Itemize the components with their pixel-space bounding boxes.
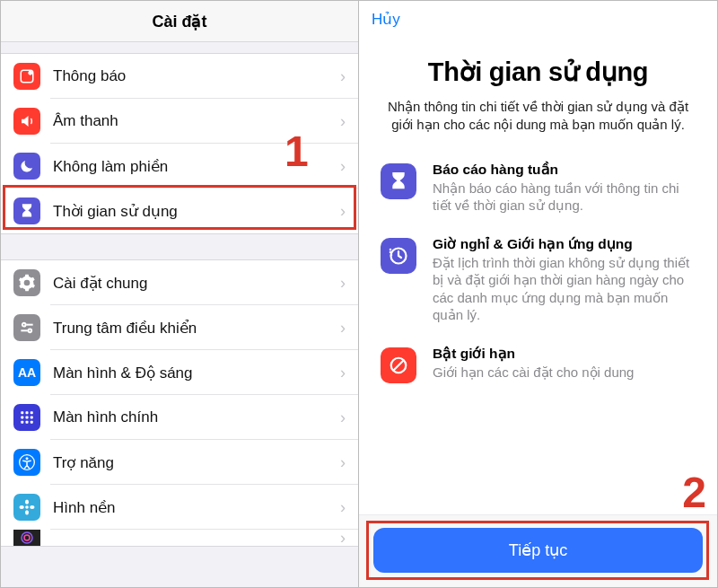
gear-icon xyxy=(13,269,40,296)
page-title: Thời gian sử dụng xyxy=(377,57,699,87)
screentime-intro-screen: Hủy Thời gian sử dụng Nhận thông tin chi… xyxy=(359,1,717,587)
row-notifications[interactable]: Thông báo › xyxy=(1,54,358,99)
row-label: Màn hình & Độ sáng xyxy=(53,364,335,382)
row-label: Cài đặt chung xyxy=(53,274,335,293)
svg-point-20 xyxy=(20,505,24,509)
moon-icon xyxy=(13,153,40,180)
page-subtitle: Nhận thông tin chi tiết về thời gian sử … xyxy=(379,98,697,135)
settings-group-1: Thông báo › Âm thanh › Không làm phiền › xyxy=(1,53,358,234)
restrict-icon xyxy=(381,347,416,383)
siri-icon xyxy=(13,530,40,546)
feature-restrictions: Bật giới hạn Giới hạn các cài đặt cho nộ… xyxy=(359,346,717,383)
continue-bar: Tiếp tục xyxy=(359,514,717,587)
chevron-right-icon: › xyxy=(335,408,346,427)
svg-point-21 xyxy=(30,505,34,509)
svg-point-19 xyxy=(25,510,29,514)
flower-icon xyxy=(13,494,40,521)
feature-title: Giờ nghỉ & Giới hạn ứng dụng xyxy=(433,236,701,252)
chevron-right-icon: › xyxy=(335,67,346,86)
svg-point-17 xyxy=(25,505,29,509)
svg-point-4 xyxy=(29,329,32,333)
row-label: Màn hình chính xyxy=(53,408,335,426)
settings-group-2: Cài đặt chung › Trung tâm điều khiển › A… xyxy=(1,259,358,547)
feature-title: Bật giới hạn xyxy=(433,346,634,362)
svg-point-18 xyxy=(25,500,29,505)
chevron-right-icon: › xyxy=(335,202,346,221)
chevron-right-icon: › xyxy=(335,364,346,382)
row-label: Hình nền xyxy=(53,498,335,517)
row-screentime[interactable]: Thời gian sử dụng › xyxy=(1,189,358,233)
svg-point-2 xyxy=(22,323,26,327)
svg-rect-8 xyxy=(31,411,33,414)
chevron-right-icon: › xyxy=(335,453,346,472)
svg-rect-10 xyxy=(26,417,29,419)
hourglass-icon xyxy=(13,197,40,224)
row-label: Trung tâm điều khiển xyxy=(53,319,335,338)
svg-point-23 xyxy=(24,535,30,540)
row-label: Không làm phiền xyxy=(53,157,335,176)
svg-rect-7 xyxy=(26,411,29,414)
svg-rect-6 xyxy=(21,411,23,414)
cancel-button[interactable]: Hủy xyxy=(372,10,400,29)
svg-rect-14 xyxy=(31,421,33,424)
chevron-right-icon: › xyxy=(335,112,346,131)
row-dnd[interactable]: Không làm phiền › xyxy=(1,144,358,189)
row-wallpaper[interactable]: Hình nền › xyxy=(1,485,358,530)
annotation-step-2: 2 xyxy=(682,468,706,517)
chevron-right-icon: › xyxy=(335,157,346,176)
row-siri[interactable]: › xyxy=(1,530,358,546)
row-general[interactable]: Cài đặt chung › xyxy=(1,260,358,305)
feature-desc: Giới hạn các cài đặt cho nội dung xyxy=(433,364,634,382)
continue-button[interactable]: Tiếp tục xyxy=(373,528,703,573)
chevron-right-icon: › xyxy=(335,530,346,546)
row-label: Âm thanh xyxy=(53,112,335,130)
row-label: Thông báo xyxy=(53,67,335,85)
svg-point-22 xyxy=(22,532,32,543)
settings-title: Cài đặt xyxy=(1,1,358,42)
feature-title: Báo cáo hàng tuần xyxy=(433,162,701,178)
row-label: Thời gian sử dụng xyxy=(53,202,335,221)
clock-icon xyxy=(381,238,416,274)
notification-icon xyxy=(13,63,40,90)
grid-icon xyxy=(13,404,40,431)
svg-rect-12 xyxy=(21,421,23,424)
settings-screen: Cài đặt Thông báo › Âm thanh › xyxy=(1,1,359,587)
feature-desc: Đặt lịch trình thời gian không sử dụng t… xyxy=(433,254,701,324)
feature-downtime-limits: Giờ nghỉ & Giới hạn ứng dụng Đặt lịch tr… xyxy=(359,236,717,324)
row-display[interactable]: AA Màn hình & Độ sáng › xyxy=(1,350,358,395)
svg-line-26 xyxy=(394,360,404,370)
chevron-right-icon: › xyxy=(335,274,346,293)
row-home-screen[interactable]: Màn hình chính › xyxy=(1,395,358,440)
aa-icon: AA xyxy=(13,359,40,386)
feature-desc: Nhận báo cáo hàng tuần với thông tin chi… xyxy=(433,180,701,215)
chevron-right-icon: › xyxy=(335,319,346,338)
row-control-center[interactable]: Trung tâm điều khiển › xyxy=(1,305,358,350)
feature-weekly-reports: Báo cáo hàng tuần Nhận báo cáo hàng tuần… xyxy=(359,162,717,215)
chevron-right-icon: › xyxy=(335,498,346,517)
svg-rect-9 xyxy=(21,417,23,419)
row-accessibility[interactable]: Trợ năng › xyxy=(1,440,358,485)
switches-icon xyxy=(13,314,40,341)
svg-rect-13 xyxy=(26,421,29,424)
svg-point-16 xyxy=(26,457,29,460)
row-label: Trợ năng xyxy=(53,453,335,472)
sound-icon xyxy=(13,108,40,135)
row-sounds[interactable]: Âm thanh › xyxy=(1,99,358,144)
person-icon xyxy=(13,449,40,476)
svg-rect-11 xyxy=(31,417,33,419)
svg-point-1 xyxy=(28,71,32,75)
hourglass-icon xyxy=(381,163,416,199)
